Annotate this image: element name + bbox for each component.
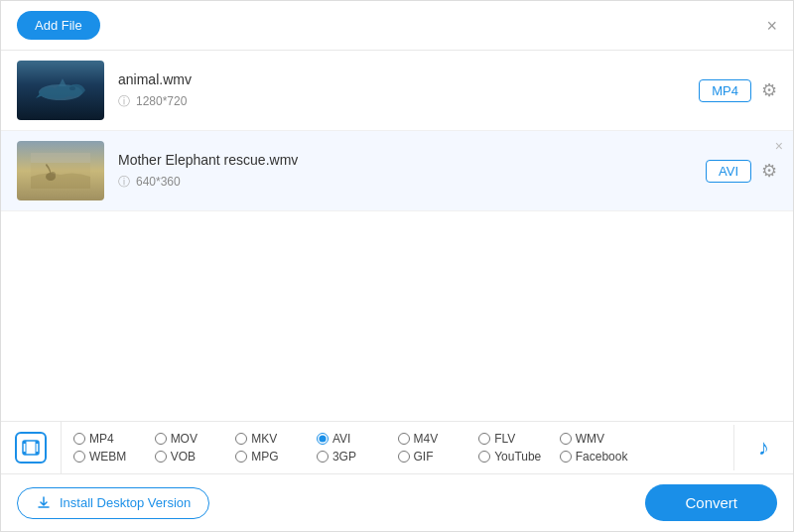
file-resolution-2: 640*360 <box>136 175 181 189</box>
file-resolution-1: 1280*720 <box>136 94 187 108</box>
file-actions-2: AVI ⚙ <box>706 160 777 183</box>
elephant-thumbnail-image <box>31 153 90 189</box>
format-option-youtube[interactable]: YouTube <box>478 450 560 464</box>
file-actions-1: MP4 ⚙ <box>699 79 777 102</box>
format-option-3gp[interactable]: 3GP <box>317 450 398 464</box>
file-item-2: × Mother Elephant rescue.wmv ⓘ 640*360 <box>1 131 793 211</box>
format-radio-mov[interactable] <box>155 433 167 445</box>
format-label-gif: GIF <box>414 450 434 464</box>
thumbnail-1 <box>17 61 104 120</box>
bottom-section: MP4 MOV MKV AVI M4V FLV <box>1 421 793 531</box>
format-label-flv: FLV <box>494 432 515 446</box>
file-name-1: animal.wmv <box>118 71 699 87</box>
format-label-webm: WEBM <box>89 450 126 464</box>
svg-rect-5 <box>31 153 90 163</box>
format-radio-mkv[interactable] <box>235 433 247 445</box>
format-label-youtube: YouTube <box>494 450 541 464</box>
info-icon-2: ⓘ <box>118 174 130 191</box>
format-option-vob[interactable]: VOB <box>155 450 236 464</box>
format-option-wmv[interactable]: WMV <box>560 432 641 446</box>
format-label-mkv: MKV <box>251 432 277 446</box>
install-desktop-button[interactable]: Install Desktop Version <box>17 487 209 519</box>
file-item-1: animal.wmv ⓘ 1280*720 MP4 ⚙ <box>1 51 793 131</box>
format-radio-webm[interactable] <box>73 451 85 463</box>
item-close-button-2[interactable]: × <box>775 139 783 153</box>
format-label-avi: AVI <box>332 432 350 446</box>
info-icon-1: ⓘ <box>118 93 130 110</box>
format-radio-vob[interactable] <box>155 451 167 463</box>
format-radio-gif[interactable] <box>398 451 410 463</box>
format-option-gif[interactable]: GIF <box>398 450 479 464</box>
settings-icon-2[interactable]: ⚙ <box>761 160 777 182</box>
settings-icon-1[interactable]: ⚙ <box>761 79 777 101</box>
format-badge-1[interactable]: MP4 <box>699 79 751 102</box>
format-radio-mpg[interactable] <box>235 451 247 463</box>
format-option-mpg[interactable]: MPG <box>235 450 317 464</box>
file-info-2: Mother Elephant rescue.wmv ⓘ 640*360 <box>118 152 706 191</box>
svg-point-1 <box>69 86 75 90</box>
format-label-m4v: M4V <box>414 432 439 446</box>
format-radio-avi[interactable] <box>317 433 329 445</box>
shark-thumbnail-image <box>31 70 90 110</box>
format-radio-youtube[interactable] <box>478 451 490 463</box>
format-radio-m4v[interactable] <box>398 433 410 445</box>
format-option-avi[interactable]: AVI <box>317 432 398 446</box>
format-option-mkv[interactable]: MKV <box>235 432 317 446</box>
header: Add File × <box>1 1 793 51</box>
convert-button[interactable]: Convert <box>645 484 777 521</box>
format-radio-wmv[interactable] <box>560 433 572 445</box>
add-file-button[interactable]: Add File <box>17 11 100 40</box>
format-option-webm[interactable]: WEBM <box>73 450 155 464</box>
format-option-flv[interactable]: FLV <box>478 432 560 446</box>
format-option-mp4[interactable]: MP4 <box>73 432 155 446</box>
music-icon: ♪ <box>758 435 769 461</box>
download-icon <box>36 495 52 511</box>
format-label-mov: MOV <box>171 432 198 446</box>
format-bar: MP4 MOV MKV AVI M4V FLV <box>1 421 793 474</box>
format-label-facebook: Facebook <box>576 450 628 464</box>
format-options: MP4 MOV MKV AVI M4V FLV <box>62 424 733 471</box>
thumbnail-2 <box>17 141 104 200</box>
format-radio-flv[interactable] <box>478 433 490 445</box>
film-icon <box>21 438 41 458</box>
footer-bar: Install Desktop Version Convert <box>1 474 793 531</box>
format-label-mp4: MP4 <box>89 432 114 446</box>
file-meta-2: ⓘ 640*360 <box>118 174 706 191</box>
format-badge-2[interactable]: AVI <box>706 160 751 183</box>
format-radio-3gp[interactable] <box>317 451 329 463</box>
music-icon-wrap[interactable]: ♪ <box>733 425 793 470</box>
file-name-2: Mother Elephant rescue.wmv <box>118 152 706 168</box>
close-icon[interactable]: × <box>766 17 777 35</box>
format-radio-mp4[interactable] <box>73 433 85 445</box>
format-label-wmv: WMV <box>576 432 604 446</box>
format-label-vob: VOB <box>171 450 196 464</box>
format-option-facebook[interactable]: Facebook <box>560 450 641 464</box>
file-info-1: animal.wmv ⓘ 1280*720 <box>118 71 699 110</box>
file-meta-1: ⓘ 1280*720 <box>118 93 699 110</box>
format-icon-wrap <box>1 422 62 473</box>
format-label-3gp: 3GP <box>332 450 356 464</box>
install-label: Install Desktop Version <box>60 495 191 510</box>
video-format-icon <box>15 432 47 464</box>
format-option-m4v[interactable]: M4V <box>398 432 479 446</box>
format-option-mov[interactable]: MOV <box>155 432 236 446</box>
format-label-mpg: MPG <box>251 450 278 464</box>
file-list: animal.wmv ⓘ 1280*720 MP4 ⚙ × <box>1 51 793 211</box>
format-radio-facebook[interactable] <box>560 451 572 463</box>
